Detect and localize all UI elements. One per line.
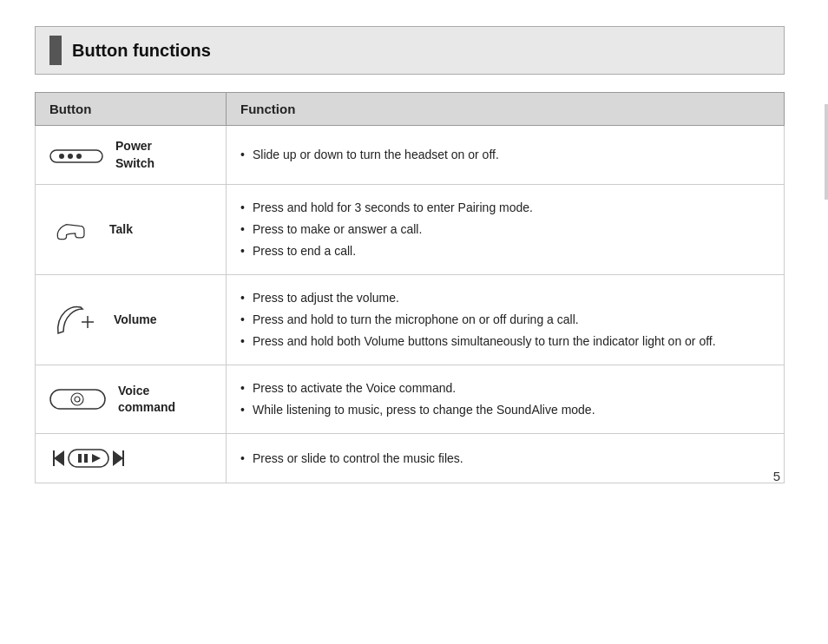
svg-point-1 [59, 154, 64, 159]
talk-button-icon [49, 213, 97, 247]
svg-point-8 [75, 397, 80, 402]
svg-rect-13 [84, 454, 88, 463]
function-cell-volume: Press to adjust the volume. Press and ho… [227, 275, 785, 365]
svg-point-7 [71, 393, 83, 405]
function-item: Press and hold to turn the microphone on… [240, 309, 770, 331]
function-item: Press to end a call. [240, 240, 770, 262]
svg-rect-6 [50, 390, 105, 409]
voice-command-label: Voicecommand [118, 383, 175, 417]
svg-marker-14 [92, 454, 101, 463]
page-container: English Button functions Button Function [0, 0, 828, 509]
function-item: Press and hold both Volume buttons simul… [240, 331, 770, 352]
function-cell-music: Press or slide to control the music file… [227, 434, 785, 483]
function-item: Press to make or answer a call. [240, 219, 770, 240]
function-item: Press to activate the Voice command. [240, 378, 770, 399]
volume-label: Volume [114, 312, 157, 329]
section-title: Button functions [72, 41, 211, 61]
talk-label: Talk [109, 221, 133, 239]
svg-point-3 [76, 154, 82, 159]
section-header: Button functions [35, 26, 785, 75]
svg-marker-10 [54, 450, 64, 466]
table-row: Volume Press to adjust the volume. Press… [36, 275, 785, 365]
power-switch-icon [49, 143, 103, 168]
table-row: Talk Press and hold for 3 seconds to ent… [36, 185, 785, 275]
col-button-header: Button [36, 93, 227, 126]
function-item: Press or slide to control the music file… [240, 448, 770, 470]
power-switch-label: PowerSwitch [115, 138, 154, 172]
table-row: Press or slide to control the music file… [36, 434, 785, 483]
page-number: 5 [773, 469, 780, 483]
button-cell-music [36, 434, 227, 483]
svg-point-2 [68, 154, 73, 159]
button-cell-talk: Talk [36, 185, 227, 275]
function-cell-talk: Press and hold for 3 seconds to enter Pa… [227, 185, 785, 275]
col-function-header: Function [227, 93, 785, 126]
function-item: Press to adjust the volume. [240, 287, 770, 309]
function-item: Press and hold for 3 seconds to enter Pa… [240, 197, 770, 219]
button-functions-table: Button Function [35, 92, 785, 483]
voice-command-icon [49, 386, 106, 412]
table-row: Voicecommand Press to activate the Voice… [36, 365, 785, 434]
button-cell-volume: Volume [36, 275, 227, 365]
button-cell-voice: Voicecommand [36, 365, 227, 434]
function-cell-power: Slide up or down to turn the headset on … [227, 126, 785, 185]
svg-rect-11 [69, 450, 108, 467]
svg-rect-12 [78, 454, 82, 463]
button-cell-power: PowerSwitch [36, 126, 227, 185]
volume-button-icon [49, 299, 102, 342]
function-item: Slide up or down to turn the headset on … [240, 144, 770, 166]
table-row: PowerSwitch Slide up or down to turn the… [36, 126, 785, 185]
svg-marker-15 [113, 450, 123, 466]
function-cell-voice: Press to activate the Voice command. Whi… [227, 365, 785, 434]
header-bar-decoration [49, 36, 62, 65]
language-tab: English [825, 104, 828, 200]
function-item: While listening to music, press to chang… [240, 399, 770, 421]
music-control-icon [49, 446, 128, 470]
